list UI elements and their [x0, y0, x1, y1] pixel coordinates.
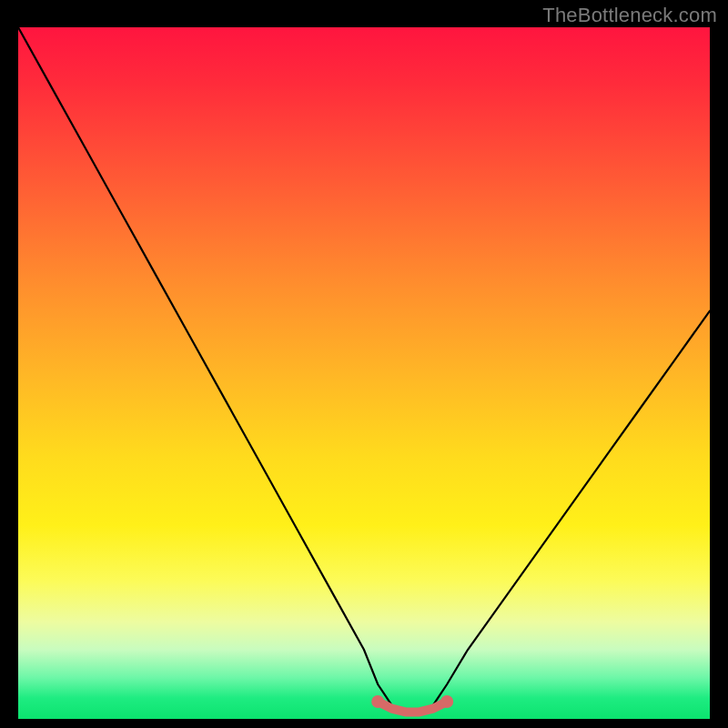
bottleneck-curve	[18, 27, 710, 712]
chart-svg	[18, 27, 710, 719]
optimal-range-dot-right	[440, 695, 453, 708]
watermark-text: TheBottleneck.com	[542, 4, 717, 27]
optimal-range-dot-left	[371, 695, 384, 708]
optimal-range-marker	[378, 702, 447, 712]
chart-frame: TheBottleneck.com	[0, 0, 728, 728]
plot-area	[18, 27, 710, 719]
